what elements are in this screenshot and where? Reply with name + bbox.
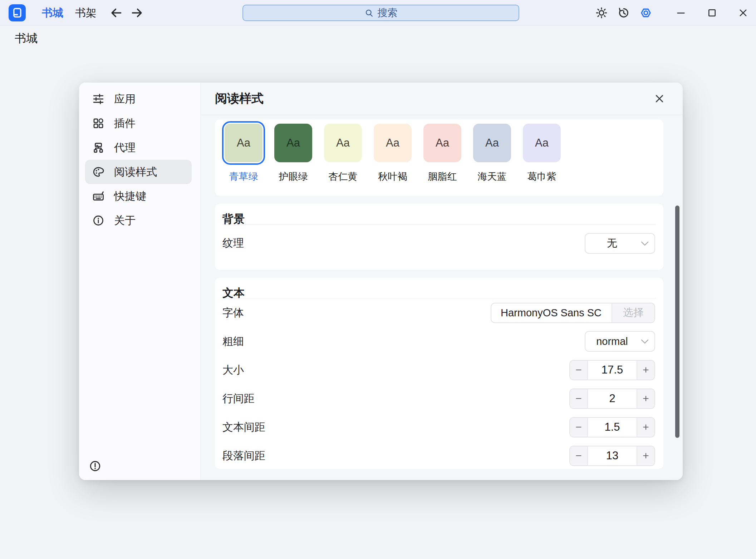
sidebar-item-keyboard[interactable]: 快捷键	[85, 184, 192, 208]
minus-icon	[574, 423, 583, 431]
stepper-value[interactable]: 17.5	[588, 361, 637, 380]
chevron-down-icon	[641, 339, 649, 344]
back-button[interactable]	[109, 0, 123, 26]
search-placeholder: 搜索	[378, 6, 398, 20]
settings-content: 阅读样式 Aa青草绿Aa护眼绿Aa杏仁黄Aa秋叶褐Aa胭脂红Aa海天蓝Aa葛巾紫…	[201, 83, 683, 480]
theme-label: 海天蓝	[478, 170, 507, 183]
app-logo	[9, 4, 26, 21]
section-title-background: 背景	[215, 204, 663, 224]
theme-swatch[interactable]: Aa	[324, 124, 362, 162]
search-input[interactable]: 搜索	[242, 5, 519, 21]
stepper-value[interactable]: 13	[588, 446, 637, 465]
section-title-text: 文本	[215, 278, 663, 298]
font-row: 字体 HarmonyOS Sans SC 选择	[215, 298, 663, 327]
theme-option[interactable]: Aa杏仁黄	[324, 124, 362, 183]
increment-button[interactable]	[637, 418, 654, 437]
theme-option[interactable]: Aa胭脂红	[423, 124, 461, 183]
forward-button[interactable]	[130, 0, 144, 26]
minus-icon	[574, 366, 583, 374]
stepper-control: 17.5	[569, 360, 655, 380]
stepper-label: 文本间距	[222, 420, 265, 435]
proxy-icon	[92, 141, 105, 154]
theme-swatch[interactable]: Aa	[374, 124, 412, 162]
stepper-row: 大小17.5	[215, 356, 663, 384]
stepper-control: 13	[569, 446, 655, 466]
theme-toggle-button[interactable]	[595, 6, 608, 19]
weight-select[interactable]: normal	[585, 331, 655, 352]
close-icon	[654, 93, 665, 104]
theme-label: 秋叶褐	[378, 170, 407, 183]
minus-icon	[574, 451, 583, 460]
weight-row: 粗细 normal	[215, 327, 663, 356]
theme-option[interactable]: Aa青草绿	[225, 124, 262, 183]
feedback-button[interactable]	[89, 460, 101, 472]
scrollbar[interactable]	[675, 206, 679, 438]
theme-swatches-card: Aa青草绿Aa护眼绿Aa杏仁黄Aa秋叶褐Aa胭脂红Aa海天蓝Aa葛巾紫	[215, 119, 663, 196]
theme-option[interactable]: Aa葛巾紫	[523, 124, 561, 183]
increment-button[interactable]	[637, 361, 654, 380]
stepper-value[interactable]: 2	[588, 389, 637, 408]
theme-option[interactable]: Aa海天蓝	[473, 124, 511, 183]
stepper-label: 行间距	[222, 391, 255, 406]
stepper-control: 1.5	[569, 417, 655, 437]
increment-button[interactable]	[637, 389, 654, 408]
weight-label: 粗细	[222, 334, 244, 349]
minimize-button[interactable]	[672, 4, 689, 21]
theme-swatch[interactable]: Aa	[225, 124, 262, 162]
dialog-title: 阅读样式	[215, 90, 264, 107]
palette-icon	[92, 165, 105, 178]
titlebar: 书城 书架 搜索	[0, 0, 756, 26]
page-title: 书城	[15, 31, 38, 46]
decrement-button[interactable]	[570, 361, 588, 380]
sidebar-item-sliders[interactable]: 应用	[85, 87, 192, 111]
font-label: 字体	[222, 306, 244, 320]
decrement-button[interactable]	[570, 418, 588, 437]
sliders-icon	[92, 93, 105, 105]
plugin-icon	[92, 117, 105, 130]
book-icon	[11, 7, 23, 19]
font-value: HarmonyOS Sans SC	[491, 303, 612, 322]
stepper-label: 段落间距	[222, 449, 265, 463]
dialog-close-button[interactable]	[652, 91, 667, 106]
search-icon	[364, 8, 374, 18]
settings-icon	[639, 6, 652, 19]
sidebar-item-proxy[interactable]: 代理	[85, 135, 192, 160]
tab-book-store[interactable]: 书城	[42, 0, 63, 26]
theme-swatch[interactable]: Aa	[423, 124, 461, 162]
settings-button[interactable]	[639, 6, 652, 19]
maximize-button[interactable]	[703, 4, 721, 21]
stepper-row: 段落间距13	[215, 441, 663, 469]
sidebar-item-label: 插件	[114, 116, 136, 131]
settings-scroll-area: Aa青草绿Aa护眼绿Aa杏仁黄Aa秋叶褐Aa胭脂红Aa海天蓝Aa葛巾紫 背景 纹…	[215, 119, 663, 469]
exclamation-circle-icon	[89, 460, 101, 472]
decrement-button[interactable]	[570, 446, 588, 465]
decrement-button[interactable]	[570, 389, 588, 408]
texture-row: 纹理 无	[215, 224, 663, 262]
text-section-card: 文本 字体 HarmonyOS Sans SC 选择 粗细 normal	[215, 278, 663, 469]
sidebar-item-plugin[interactable]: 插件	[85, 111, 192, 135]
tab-book-shelf[interactable]: 书架	[75, 0, 97, 26]
theme-swatch[interactable]: Aa	[274, 124, 312, 162]
increment-button[interactable]	[637, 446, 654, 465]
sidebar-item-info[interactable]: 关于	[85, 208, 192, 233]
background-section-card: 背景 纹理 无	[215, 204, 663, 270]
history-icon	[617, 6, 630, 19]
history-button[interactable]	[617, 6, 630, 19]
theme-label: 胭脂红	[428, 170, 457, 183]
theme-swatch[interactable]: Aa	[523, 124, 561, 162]
theme-label: 护眼绿	[279, 170, 308, 183]
arrow-right-icon	[130, 6, 144, 20]
theme-option[interactable]: Aa秋叶褐	[374, 124, 412, 183]
texture-select[interactable]: 无	[585, 233, 655, 254]
chevron-down-icon	[641, 241, 649, 246]
stepper-label: 大小	[222, 363, 244, 377]
sidebar-item-label: 阅读样式	[114, 165, 157, 179]
minus-icon	[574, 394, 583, 403]
weight-value: normal	[596, 336, 628, 347]
theme-swatch[interactable]: Aa	[473, 124, 511, 162]
theme-option[interactable]: Aa护眼绿	[274, 124, 312, 183]
font-select-button[interactable]: 选择	[612, 303, 654, 322]
sidebar-item-palette[interactable]: 阅读样式	[85, 160, 192, 184]
close-window-button[interactable]	[735, 4, 752, 21]
stepper-value[interactable]: 1.5	[588, 418, 637, 437]
